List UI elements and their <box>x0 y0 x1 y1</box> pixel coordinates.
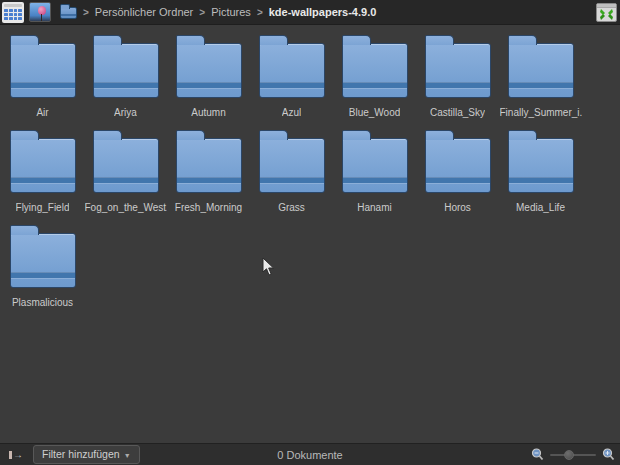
add-filter-button[interactable]: Filter hinzufügen ▼ <box>33 445 140 464</box>
slider-handle[interactable] <box>564 450 574 460</box>
show-sidebar-button[interactable]: → <box>5 447 27 462</box>
folder-label: Air <box>36 107 48 118</box>
folder-item[interactable]: Air <box>1 32 84 127</box>
folder-label: Ariya <box>114 107 137 118</box>
toolbar: > Persönlicher Ordner > Pictures > kde-w… <box>0 0 620 25</box>
breadcrumb-separator: > <box>257 7 263 18</box>
folder-item[interactable]: Fog_on_the_West... <box>84 127 167 222</box>
folder-item[interactable]: Ariya <box>84 32 167 127</box>
folder-item[interactable]: Grass <box>250 127 333 222</box>
folder-label: Azul <box>282 107 301 118</box>
browse-mode-button[interactable] <box>2 2 24 23</box>
folder-icon <box>259 138 325 193</box>
folder-icon <box>342 43 408 98</box>
thumbnail-size-slider[interactable] <box>550 449 596 461</box>
folder-icon <box>425 138 491 193</box>
folder-label: Finally_Summer_i... <box>500 107 582 118</box>
breadcrumb-separator: > <box>83 7 89 18</box>
folder-item[interactable]: Horos <box>416 127 499 222</box>
folder-icon <box>508 138 574 193</box>
folder-item[interactable]: Hanami <box>333 127 416 222</box>
statusbar: → Filter hinzufügen ▼ 0 Dokumente <box>0 443 620 465</box>
folder-item[interactable]: Flying_Field <box>1 127 84 222</box>
zoom-out-icon[interactable] <box>531 448 544 461</box>
folder-grid: Air Ariya Autumn Azul Blue_Wood Castilla… <box>0 25 620 317</box>
folder-label: Hanami <box>357 202 391 213</box>
folder-label: Castilla_Sky <box>430 107 485 118</box>
folder-label: Horos <box>444 202 471 213</box>
folder-icon <box>508 43 574 98</box>
folder-icon <box>259 43 325 98</box>
folder-view[interactable]: Air Ariya Autumn Azul Blue_Wood Castilla… <box>0 25 620 443</box>
sidebar-bar-icon <box>9 451 12 459</box>
breadcrumb: > Persönlicher Ordner > Pictures > kde-w… <box>60 5 376 19</box>
folder-label: Grass <box>278 202 305 213</box>
image-preview-icon <box>29 2 51 22</box>
folder-icon <box>10 138 76 193</box>
folder-item[interactable]: Azul <box>250 32 333 127</box>
folder-item[interactable]: Blue_Wood <box>333 32 416 127</box>
folder-label: Blue_Wood <box>349 107 401 118</box>
folder-item[interactable]: Castilla_Sky <box>416 32 499 127</box>
folder-icon <box>10 43 76 98</box>
arrow-right-icon: → <box>13 451 23 459</box>
folder-item[interactable]: Autumn <box>167 32 250 127</box>
folder-icon <box>342 138 408 193</box>
folder-label: Fresh_Morning <box>175 202 242 213</box>
chevron-down-icon: ▼ <box>124 452 131 459</box>
collapse-arrows-icon <box>600 9 613 20</box>
folder-icon <box>176 43 242 98</box>
folder-icon <box>10 233 76 288</box>
add-filter-label: Filter hinzufügen <box>42 448 120 460</box>
zoom-in-icon[interactable] <box>602 448 615 461</box>
view-mode-button[interactable] <box>29 2 51 23</box>
folder-icon <box>93 138 159 193</box>
breadcrumb-current[interactable]: kde-wallpapers-4.9.0 <box>269 6 377 18</box>
folder-icon <box>93 43 159 98</box>
window-titlebar-decoration <box>597 4 616 8</box>
folder-icon[interactable] <box>60 7 77 19</box>
folder-label: Media_Life <box>516 202 565 213</box>
folder-icon <box>425 43 491 98</box>
exit-fullscreen-button[interactable] <box>596 3 617 22</box>
breadcrumb-pictures[interactable]: Pictures <box>211 6 251 18</box>
document-count: 0 Dokumente <box>277 449 342 461</box>
thumbnail-grid-icon <box>2 2 24 23</box>
folder-label: Plasmalicious <box>12 297 73 308</box>
breadcrumb-home[interactable]: Persönlicher Ordner <box>95 6 193 18</box>
folder-item[interactable]: Finally_Summer_i... <box>499 32 582 127</box>
folder-item[interactable]: Fresh_Morning <box>167 127 250 222</box>
folder-item[interactable]: Media_Life <box>499 127 582 222</box>
folder-icon <box>176 138 242 193</box>
folder-label: Flying_Field <box>16 202 70 213</box>
folder-label: Fog_on_the_West... <box>85 202 167 213</box>
folder-item[interactable]: Plasmalicious <box>1 222 84 317</box>
folder-label: Autumn <box>191 107 225 118</box>
breadcrumb-separator: > <box>199 7 205 18</box>
